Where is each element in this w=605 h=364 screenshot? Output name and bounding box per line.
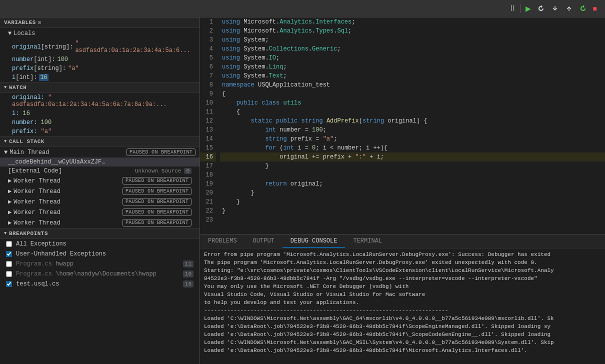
- worker-status-4: PAUSED ON BREAKPOINT: [122, 219, 192, 226]
- code-line-4: using System.Collections.Generic;: [220, 44, 605, 54]
- bp-checkbox-test[interactable]: [6, 281, 12, 287]
- console-line-11: Loaded 'e:\DataRoot\.job\784522e3-f3b8-4…: [204, 330, 601, 338]
- call-stack-arrow: ▼: [4, 139, 7, 144]
- bp-checkbox-prog2[interactable]: [6, 271, 12, 277]
- bp-test-usql[interactable]: test.usql.cs 16: [0, 279, 200, 289]
- ln-6: 6: [200, 62, 216, 72]
- watch-header[interactable]: ▼ WATCH: [0, 82, 200, 93]
- worker-thread-4[interactable]: ▶ Worker Thread PAUSED ON BREAKPOINT: [0, 218, 200, 228]
- var-number: number [int]: 100: [0, 55, 200, 64]
- code-line-23: [220, 216, 605, 224]
- var-type-prefix: [string]:: [34, 65, 66, 72]
- worker-thread-0[interactable]: ▶ Worker Thread PAUSED ON BREAKPOINT: [0, 176, 200, 186]
- worker-thread-2[interactable]: ▶ Worker Thread PAUSED ON BREAKPOINT: [0, 196, 200, 207]
- bp-user-unhandled[interactable]: User-Unhandled Exceptions: [0, 249, 200, 259]
- tab-problems[interactable]: PROBLEMS: [200, 234, 245, 248]
- var-name-original: original: [12, 44, 41, 50]
- tab-output[interactable]: OUTPUT: [245, 234, 282, 248]
- stop-button[interactable]: ■: [590, 2, 600, 14]
- code-line-11: {: [220, 108, 605, 116]
- tab-debug-console[interactable]: DEBUG CONSOLE: [282, 234, 346, 248]
- call-stack-header[interactable]: ▼ CALL STACK: [0, 136, 200, 147]
- console-line-2: Starting: "e:\src\cosmos\private\cosmos\…: [204, 266, 601, 274]
- console-line-3: 84522e3-f3b8-4520-86b3-48dbb5c7841f -Arg…: [204, 274, 601, 282]
- worker-status-3: PAUSED ON BREAKPOINT: [122, 208, 192, 216]
- ln-8: 8: [200, 80, 216, 90]
- variables-icon: ⊞: [38, 20, 42, 26]
- variables-header[interactable]: VARIABLES ⊞: [0, 18, 200, 28]
- bp-program-cs-1[interactable]: Program.cs hwapp 11: [0, 259, 200, 269]
- worker-arrow-0: ▶: [8, 177, 12, 184]
- console-line-5: You may only use the Microsoft .NET Core…: [204, 282, 601, 290]
- code-lines: 1 2 3 4 5 6 7 8 9 10 11 12 13 14 15 16 1: [200, 18, 605, 234]
- var-name-number: number: [12, 56, 34, 63]
- bp-checkbox-all[interactable]: [6, 241, 12, 247]
- console-line-9: Loaded 'C:\WINDOWS\Microsoft.Net\assembl…: [204, 314, 601, 322]
- bp-count-prog2: 10: [183, 270, 194, 278]
- watch-name-number: number:: [12, 119, 41, 126]
- stack-frame-0[interactable]: __codeBehind__wCyUUaAxxZJF.dll!USQLAppli…: [0, 158, 200, 166]
- worker-label-1: Worker Thread: [14, 188, 60, 195]
- locals-header[interactable]: ▼ Locals: [0, 28, 200, 39]
- bp-label-all: All Exceptions: [16, 240, 66, 248]
- right-panel: 1 2 3 4 5 6 7 8 9 10 11 12 13 14 15 16 1: [200, 18, 605, 364]
- locals-label: Locals: [14, 30, 35, 37]
- worker-thread-1[interactable]: ▶ Worker Thread PAUSED ON BREAKPOINT: [0, 186, 200, 196]
- bp-checkbox-prog1[interactable]: [6, 261, 12, 267]
- ln-12: 12: [200, 116, 216, 126]
- continue-button[interactable]: ▶: [522, 2, 534, 14]
- variables-section: VARIABLES ⊞ ▼ Locals original [string]: …: [0, 18, 200, 82]
- code-line-18: [220, 170, 605, 180]
- worker-arrow-3: ▶: [8, 208, 12, 216]
- frame-source-1: Unknown Source: [135, 168, 181, 174]
- step-out-button[interactable]: [562, 2, 576, 14]
- worker-status-1: PAUSED ON BREAKPOINT: [122, 188, 192, 195]
- variables-title: VARIABLES: [4, 20, 36, 26]
- call-stack-items: ▼ Main Thread PAUSED ON BREAKPOINT __cod…: [0, 147, 200, 228]
- worker-label-2: Worker Thread: [14, 198, 60, 206]
- ln-11: 11: [200, 108, 216, 116]
- ln-22: 22: [200, 206, 216, 216]
- code-line-5: using System.IO;: [220, 54, 605, 62]
- watch-arrow: ▼: [4, 85, 7, 90]
- sep1: [520, 4, 520, 13]
- ln-3: 3: [200, 36, 216, 44]
- step-over-button[interactable]: [534, 2, 548, 14]
- tab-terminal[interactable]: TERMINAL: [345, 234, 390, 248]
- code-line-2: using Microsoft.Analytics.Types.Sql;: [220, 26, 605, 36]
- ln-10: 10: [200, 98, 216, 108]
- console-line-8: ----------------------------------------…: [204, 306, 601, 314]
- watch-section: ▼ WATCH original: " asdfasdfa:0a:1a:2a:3…: [0, 82, 200, 136]
- worker-label-0: Worker Thread: [14, 178, 60, 184]
- watch-i: i: 16: [0, 109, 200, 118]
- triangle-icon: ▼: [8, 30, 12, 37]
- breakpoints-title: BREAKPOINTS: [9, 230, 48, 236]
- debug-toolbar: ⠿ ▶ ■: [0, 0, 605, 18]
- breakpoints-header[interactable]: ▼ BREAKPOINTS: [0, 228, 200, 239]
- bp-count-test: 16: [183, 280, 194, 288]
- bp-checkbox-user[interactable]: [6, 251, 12, 257]
- dots-button[interactable]: ⠿: [507, 2, 518, 14]
- bp-all-exceptions[interactable]: All Exceptions: [0, 239, 200, 249]
- console-line-0: Error from pipe program 'Microsoft.Analy…: [204, 250, 601, 258]
- var-name-prefix: prefix: [12, 65, 34, 72]
- worker-thread-3[interactable]: ▶ Worker Thread PAUSED ON BREAKPOINT: [0, 207, 200, 218]
- worker-arrow-4: ▶: [8, 219, 12, 226]
- main-thread-right: PAUSED ON BREAKPOINT: [126, 148, 196, 156]
- var-type-original: [string]:: [41, 44, 74, 50]
- worker-arrow-1: ▶: [8, 188, 12, 195]
- console-tabs: PROBLEMS OUTPUT DEBUG CONSOLE TERMINAL: [200, 234, 605, 248]
- console-line-7: to help you develop and test your applic…: [204, 298, 601, 306]
- frame-count-1: 0: [184, 168, 192, 174]
- var-value-i: 16: [39, 74, 48, 81]
- stack-frame-1[interactable]: [External Code] Unknown Source 0: [0, 166, 200, 176]
- restart-button[interactable]: [576, 2, 590, 14]
- code-line-20: }: [220, 188, 605, 198]
- code-content: using Microsoft.Analytics.Interfaces; us…: [220, 18, 605, 234]
- step-into-button[interactable]: [548, 2, 562, 14]
- main-thread-header[interactable]: ▼ Main Thread PAUSED ON BREAKPOINT: [0, 147, 200, 158]
- breakpoints-section: ▼ BREAKPOINTS All Exceptions User-Unhand…: [0, 228, 200, 364]
- bp-label-prog2: Program.cs \home\nandyw\Documents\hwapp: [16, 270, 156, 278]
- bp-program-cs-2[interactable]: Program.cs \home\nandyw\Documents\hwapp …: [0, 269, 200, 279]
- main-thread-status: PAUSED ON BREAKPOINT: [126, 148, 196, 156]
